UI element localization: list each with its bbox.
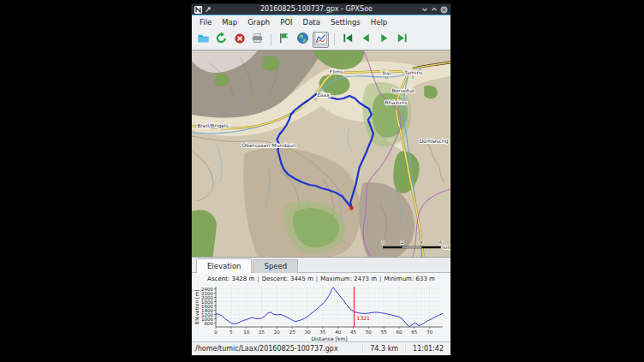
svg-text:70: 70	[426, 329, 432, 335]
previous-track-button[interactable]	[358, 32, 374, 48]
position-marker	[349, 206, 354, 211]
menu-poi[interactable]: POI	[275, 15, 297, 29]
map-label: Laax	[317, 92, 330, 98]
open-folder-icon	[197, 32, 210, 48]
map-label: Bonaduz	[391, 87, 414, 93]
last-track-button[interactable]	[394, 32, 410, 48]
maximize-icon[interactable]	[431, 6, 438, 13]
svg-text:6: 6	[439, 240, 442, 245]
file-path: /home/tumic/Laax/20160825-100737.gpx	[192, 345, 362, 353]
elevation-graph-panel: Ascent: 3428 m|Descent: 3445 m|Maximum: …	[192, 273, 450, 341]
svg-text:30: 30	[304, 329, 310, 335]
svg-text:2400: 2400	[201, 287, 213, 292]
menu-map[interactable]: Map	[217, 15, 242, 29]
show-map-button[interactable]	[295, 32, 311, 48]
svg-text:1321: 1321	[357, 315, 370, 321]
svg-text:10: 10	[243, 329, 249, 335]
svg-text:55: 55	[381, 329, 387, 335]
menu-graph[interactable]: Graph	[242, 15, 275, 29]
minimize-icon[interactable]	[421, 6, 428, 13]
map-label: Domleschg	[419, 138, 448, 145]
skip-last-icon	[396, 32, 408, 48]
svg-text:50: 50	[366, 329, 372, 335]
menu-file[interactable]: File	[194, 15, 217, 29]
svg-text:4: 4	[420, 240, 423, 245]
map-label: Flims	[330, 68, 343, 74]
track-statistics: Ascent: 3428 m|Descent: 3445 m|Maximum: …	[192, 275, 450, 283]
close-file-button[interactable]	[231, 32, 247, 48]
svg-text:0: 0	[214, 329, 218, 335]
print-button[interactable]	[249, 32, 265, 48]
map-label: Tamins	[403, 69, 422, 75]
menubar: File Map Graph POI Data Settings Help	[192, 15, 450, 29]
reload-icon	[215, 32, 228, 48]
flag-icon	[278, 32, 291, 48]
svg-text:2: 2	[401, 240, 403, 245]
svg-text:45: 45	[350, 329, 356, 335]
open-file-button[interactable]	[195, 32, 212, 48]
close-icon[interactable]	[440, 6, 448, 14]
show-graphs-button[interactable]	[313, 32, 329, 48]
svg-text:Elevation [m]: Elevation [m]	[194, 289, 200, 323]
menu-help[interactable]: Help	[366, 15, 392, 29]
titlebar[interactable]: 20160825-100737.gpx - GPXSee	[192, 4, 450, 15]
svg-text:20: 20	[274, 329, 280, 335]
skip-first-icon	[342, 32, 355, 48]
globe-icon	[296, 32, 309, 48]
svg-text:15: 15	[259, 329, 265, 335]
window-title: 20160825-100737.gpx - GPXSee	[214, 4, 419, 15]
svg-text:Distance [km]: Distance [km]	[311, 335, 347, 341]
svg-text:60: 60	[396, 329, 402, 335]
svg-text:km: km	[444, 245, 450, 250]
map-label: Rhäzüns	[385, 99, 407, 105]
menu-data[interactable]: Data	[298, 15, 325, 29]
next-track-button[interactable]	[376, 32, 392, 48]
map-view[interactable]: Flims Laax Trin Tamins Bonaduz Rhäzüns D…	[192, 50, 450, 258]
graph-tabbar: Elevation Speed	[192, 258, 450, 273]
tab-speed[interactable]: Speed	[253, 259, 298, 273]
reload-button[interactable]	[213, 32, 230, 48]
previous-icon	[360, 32, 373, 48]
show-poi-button[interactable]	[277, 32, 293, 48]
stat-minimum: Minimum: 633 m	[384, 276, 434, 282]
svg-text:25: 25	[289, 329, 295, 335]
svg-text:65: 65	[411, 329, 417, 335]
stat-ascent: Ascent: 3428 m	[207, 276, 254, 282]
desktop: 20160825-100737.gpx - GPXSee File Map Gr…	[0, 0, 644, 362]
close-red-icon	[234, 32, 246, 48]
first-track-button[interactable]	[340, 32, 356, 48]
svg-text:5: 5	[230, 329, 233, 335]
track-distance: 74.3 km	[362, 345, 405, 353]
next-icon	[378, 32, 391, 48]
menu-settings[interactable]: Settings	[325, 15, 366, 29]
elevation-chart[interactable]: 0510152025303540455055606570800100012001…	[194, 283, 449, 341]
stat-maximum: Maximum: 2473 m	[320, 276, 377, 282]
pin-icon[interactable]	[205, 6, 212, 13]
svg-text:0: 0	[382, 240, 385, 245]
statusbar: /home/tumic/Laax/20160825-100737.gpx 74.…	[192, 341, 450, 355]
map-label: Obersaxen Mundaun	[242, 142, 296, 148]
map-label: Breil/Brigels	[197, 122, 229, 129]
track-time: 11:01:42	[405, 345, 450, 353]
svg-text:35: 35	[319, 329, 325, 335]
tab-elevation[interactable]: Elevation	[196, 258, 252, 273]
gpxsee-window: 20160825-100737.gpx - GPXSee File Map Gr…	[191, 3, 451, 356]
toolbar-separator	[334, 33, 335, 45]
stat-descent: Descent: 3445 m	[262, 276, 313, 282]
toolbar	[192, 29, 450, 50]
graph-icon	[314, 32, 327, 48]
toolbar-separator	[271, 33, 271, 45]
map-label: Trin	[381, 70, 391, 76]
svg-text:40: 40	[335, 329, 341, 335]
app-icon	[194, 6, 202, 14]
printer-icon	[251, 32, 264, 48]
